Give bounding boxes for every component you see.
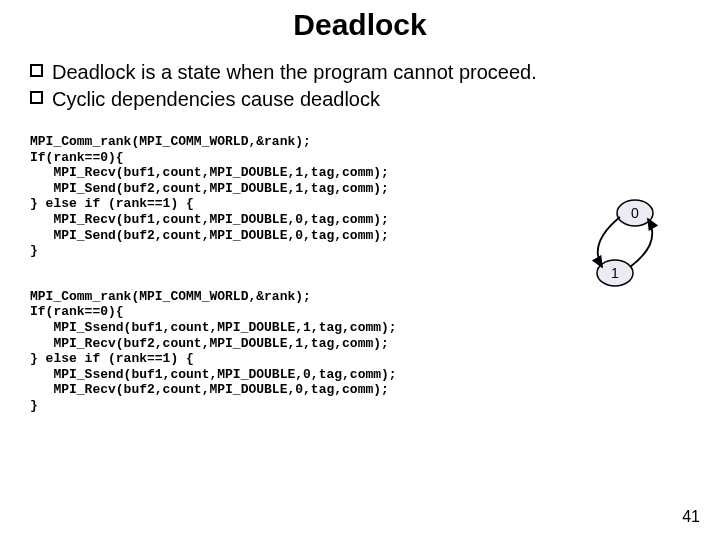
node-0-label: 0 [631,205,639,221]
cycle-diagram: 0 1 [560,195,670,295]
bullet-list: Deadlock is a state when the program can… [30,60,690,112]
code-block-2: MPI_Comm_rank(MPI_COMM_WORLD,&rank); If(… [30,289,720,414]
bullet-item: Cyclic dependencies cause deadlock [30,87,690,112]
bullet-text: Cyclic dependencies cause deadlock [52,88,380,110]
square-bullet-icon [30,64,43,77]
square-bullet-icon [30,91,43,104]
slide-title: Deadlock [0,0,720,42]
page-number: 41 [682,508,700,526]
node-1-label: 1 [611,265,619,281]
bullet-text: Deadlock is a state when the program can… [52,61,537,83]
bullet-item: Deadlock is a state when the program can… [30,60,690,85]
cycle-diagram-svg: 0 1 [560,195,670,295]
